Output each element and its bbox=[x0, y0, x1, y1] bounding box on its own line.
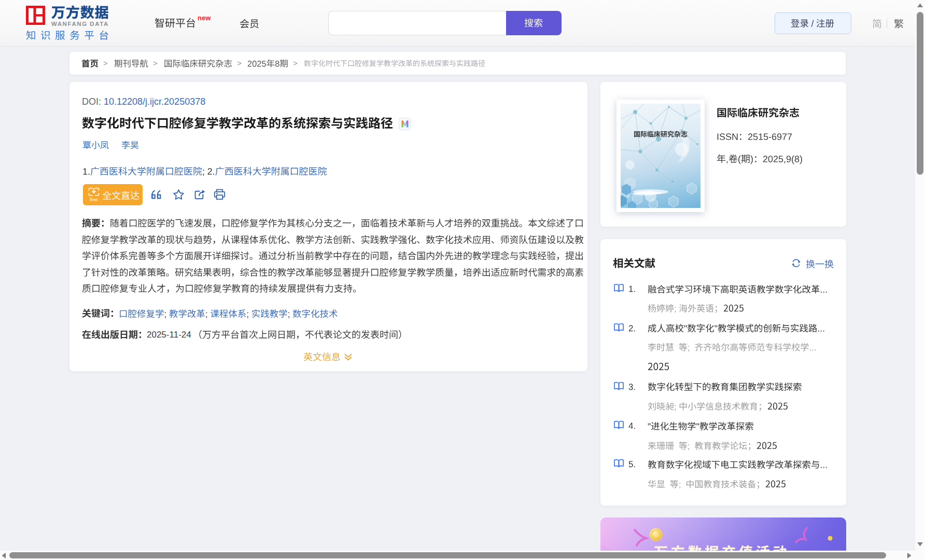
svg-text:free: free bbox=[90, 197, 98, 202]
